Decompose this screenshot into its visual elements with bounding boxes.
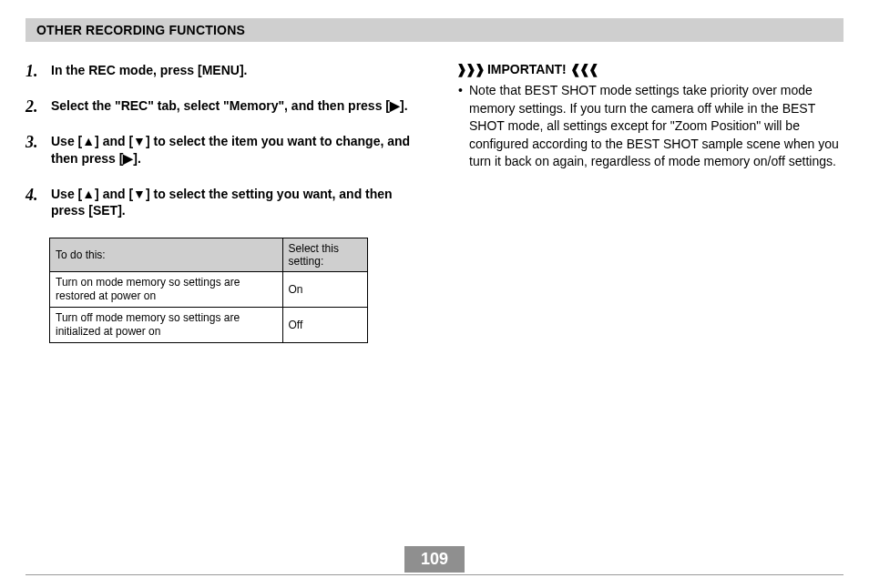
important-bullets: Note that BEST SHOT mode settings take p… xyxy=(456,82,843,171)
table-cell-action: Turn on mode memory so settings are rest… xyxy=(50,272,283,308)
table-cell-setting: Off xyxy=(282,308,367,343)
page-number: 109 xyxy=(404,546,465,573)
step-item: In the REC mode, press [MENU]. xyxy=(26,62,413,79)
manual-page: OTHER RECORDING FUNCTIONS In the REC mod… xyxy=(0,0,869,588)
important-label: IMPORTANT! xyxy=(487,62,567,76)
table-header-row: To do this: Select this setting: xyxy=(50,238,368,272)
deco-right-icon: ❱❱❱ xyxy=(456,62,484,76)
settings-table: To do this: Select this setting: Turn on… xyxy=(49,238,368,343)
table-row: Turn on mode memory so settings are rest… xyxy=(50,272,368,308)
bullet-item: Note that BEST SHOT mode settings take p… xyxy=(456,82,843,171)
step-item: Select the "REC" tab, select "Memory", a… xyxy=(26,97,413,115)
section-header: OTHER RECORDING FUNCTIONS xyxy=(26,18,843,42)
page-footer: 109 xyxy=(26,548,843,575)
right-column: ❱❱❱ IMPORTANT! ❰❰❰ Note that BEST SHOT m… xyxy=(456,62,843,343)
step-item: Use [▲] and [▼] to select the setting yo… xyxy=(26,186,413,220)
step-item: Use [▲] and [▼] to select the item you w… xyxy=(26,133,413,167)
deco-left-icon: ❰❰❰ xyxy=(570,62,598,76)
table-cell-action: Turn off mode memory so settings are ini… xyxy=(50,308,283,343)
steps-list: In the REC mode, press [MENU]. Select th… xyxy=(26,62,413,219)
content-columns: In the REC mode, press [MENU]. Select th… xyxy=(26,62,843,343)
table-cell-setting: On xyxy=(282,272,367,308)
table-header: To do this: xyxy=(50,238,283,272)
left-column: In the REC mode, press [MENU]. Select th… xyxy=(26,62,413,343)
table-header: Select this setting: xyxy=(282,238,367,272)
footer-rule xyxy=(26,574,843,575)
table-row: Turn off mode memory so settings are ini… xyxy=(50,308,368,343)
important-heading: ❱❱❱ IMPORTANT! ❰❰❰ xyxy=(456,62,843,76)
